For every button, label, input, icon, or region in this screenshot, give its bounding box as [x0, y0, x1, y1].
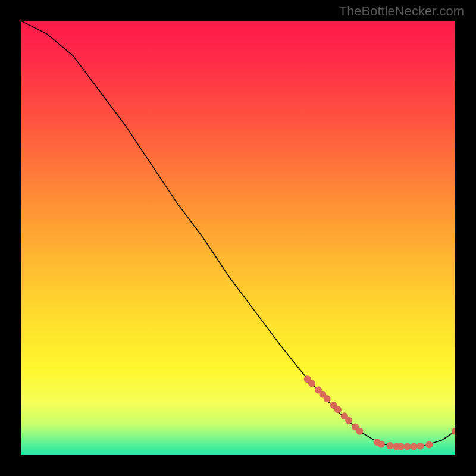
- data-marker: [356, 428, 363, 435]
- data-marker: [411, 443, 418, 450]
- data-marker: [334, 406, 342, 413]
- data-marker: [378, 441, 385, 448]
- data-marker: [397, 443, 405, 450]
- data-marker: [324, 395, 331, 402]
- data-marker: [308, 380, 315, 387]
- data-marker: [425, 441, 433, 448]
- chart-svg: [21, 21, 455, 455]
- chart-container: TheBottleNecker.com: [0, 0, 476, 476]
- watermark-text: TheBottleNecker.com: [339, 4, 464, 19]
- gradient-background: [21, 21, 455, 455]
- data-marker: [417, 443, 424, 450]
- data-marker: [345, 417, 352, 424]
- data-marker: [387, 442, 394, 449]
- data-marker: [404, 443, 411, 450]
- plot-area: [21, 21, 455, 455]
